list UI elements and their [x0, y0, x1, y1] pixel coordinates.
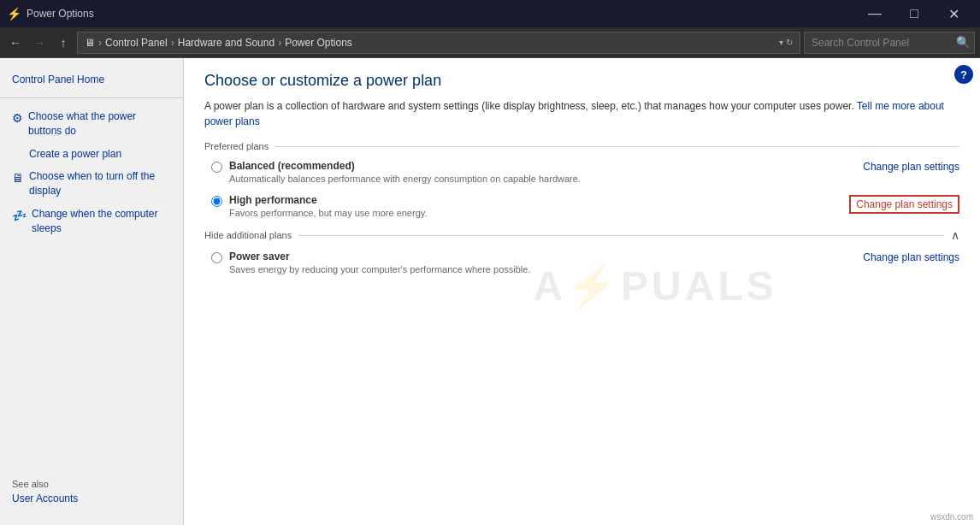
sidebar-item-create-plan[interactable]: Create a power plan — [0, 143, 183, 166]
close-button[interactable]: ✕ — [934, 0, 973, 27]
turn-off-display-icon: 🖥 — [12, 170, 24, 187]
sidebar: Control Panel Home ⚙ Choose what the pow… — [0, 58, 184, 525]
path-hardware-sound[interactable]: Hardware and Sound — [178, 37, 275, 49]
plan-high-perf-info: High performance Favors performance, but… — [229, 194, 835, 218]
search-button[interactable]: 🔍 — [952, 32, 974, 53]
search-box: 🔍 — [804, 32, 975, 54]
sidebar-home-link[interactable]: Control Panel Home — [0, 68, 183, 91]
sidebar-item-create-plan-label: Create a power plan — [29, 147, 121, 162]
sidebar-bottom: See also User Accounts — [0, 469, 183, 515]
path-control-panel[interactable]: Control Panel — [105, 37, 168, 49]
title-bar: ⚡ Power Options — □ ✕ — [0, 0, 980, 27]
page-title: Choose or customize a power plan — [204, 72, 959, 90]
sidebar-item-turn-off-display[interactable]: 🖥 Choose when to turn off the display — [0, 165, 183, 203]
minimize-button[interactable]: — — [855, 0, 894, 27]
sidebar-divider-1 — [0, 97, 183, 98]
help-button[interactable]: ? — [954, 65, 973, 84]
plan-power-saver-info: Power saver Saves energy by reducing you… — [229, 251, 849, 274]
plan-power-saver-name: Power saver — [229, 251, 849, 262]
plan-balanced-desc: Automatically balances performance with … — [229, 174, 849, 184]
computer-sleeps-icon: 💤 — [12, 208, 27, 225]
plan-high-perf-name: High performance — [229, 194, 835, 206]
path-dropdown-icon[interactable]: ▾ ↻ — [779, 38, 793, 47]
user-accounts-link[interactable]: User Accounts — [12, 493, 171, 504]
power-buttons-icon: ⚙ — [12, 110, 23, 127]
hide-additional-chevron[interactable]: ∧ — [951, 228, 959, 242]
main-container: Control Panel Home ⚙ Choose what the pow… — [0, 58, 980, 525]
sidebar-item-power-buttons[interactable]: ⚙ Choose what the power buttons do — [0, 105, 183, 143]
sidebar-item-power-buttons-label: Choose what the power buttons do — [28, 109, 171, 139]
hide-additional-divider — [298, 235, 944, 236]
intro-text-content: A power plan is a collection of hardware… — [204, 100, 854, 112]
plan-power-saver-desc: Saves energy by reducing your computer's… — [229, 264, 849, 274]
path-power-options[interactable]: Power Options — [285, 37, 352, 49]
plan-high-perf-left: High performance Favors performance, but… — [211, 194, 835, 218]
sidebar-item-computer-sleeps[interactable]: 💤 Change when the computer sleeps — [0, 203, 183, 240]
forward-button: → — [29, 32, 50, 53]
plan-balanced-left: Balanced (recommended) Automatically bal… — [211, 160, 849, 184]
change-plan-power-saver-link[interactable]: Change plan settings — [863, 251, 959, 263]
plan-power-saver-left: Power saver Saves energy by reducing you… — [211, 251, 849, 274]
plan-balanced-info: Balanced (recommended) Automatically bal… — [229, 160, 849, 184]
plan-item-high-performance: High performance Favors performance, but… — [204, 194, 959, 218]
up-button[interactable]: ↑ — [53, 32, 74, 53]
app-icon: ⚡ — [7, 7, 21, 21]
maximize-button[interactable]: □ — [894, 0, 934, 27]
plan-item-power-saver: Power saver Saves energy by reducing you… — [204, 251, 959, 274]
hide-additional-label: Hide additional plans — [204, 230, 292, 240]
plan-power-saver-radio[interactable] — [211, 252, 222, 263]
back-button[interactable]: ← — [5, 32, 26, 53]
plan-balanced-radio[interactable] — [211, 162, 222, 173]
see-also-title: See also — [12, 479, 171, 489]
plan-high-perf-radio[interactable] — [211, 196, 222, 207]
preferred-plans-label: Preferred plans — [204, 141, 269, 151]
path-icon: 🖥 — [85, 37, 95, 49]
search-input[interactable] — [805, 37, 952, 49]
change-plan-high-perf-link[interactable]: Change plan settings — [849, 195, 959, 214]
plan-balanced-name: Balanced (recommended) — [229, 160, 849, 172]
plan-high-perf-desc: Favors performance, but may use more ene… — [229, 208, 835, 218]
window-title: Power Options — [27, 8, 855, 20]
preferred-plans-header: Preferred plans — [204, 141, 959, 151]
sidebar-item-turn-off-display-label: Choose when to turn off the display — [29, 169, 171, 198]
address-bar: ← → ↑ 🖥 › Control Panel › Hardware and S… — [0, 27, 980, 58]
address-path: 🖥 › Control Panel › Hardware and Sound ›… — [77, 32, 800, 54]
change-plan-balanced-link[interactable]: Change plan settings — [863, 161, 959, 173]
sidebar-item-computer-sleeps-label: Change when the computer sleeps — [32, 207, 171, 236]
plan-item-balanced: Balanced (recommended) Automatically bal… — [204, 160, 959, 184]
preferred-plans-divider — [275, 146, 959, 147]
hide-additional-header: Hide additional plans ∧ — [204, 228, 959, 242]
intro-text: A power plan is a collection of hardware… — [204, 98, 959, 129]
content-area: A⚡PUALS ? Choose or customize a power pl… — [184, 58, 980, 525]
window-controls: — □ ✕ — [855, 0, 973, 27]
